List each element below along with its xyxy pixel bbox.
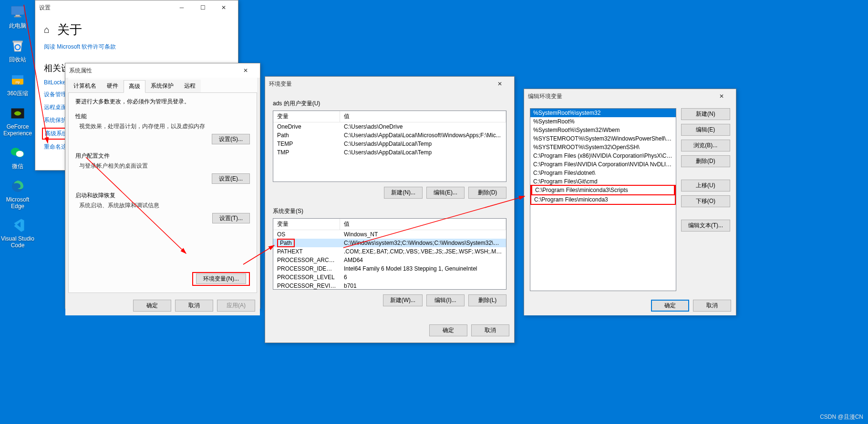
table-row[interactable]: PATHEXT.COM;.EXE;.BAT;.CMD;.VBS;.VBE;.JS… xyxy=(273,247,506,256)
col-variable[interactable]: 变量 xyxy=(273,219,340,230)
list-item[interactable]: %SystemRoot%\System32\Wbem xyxy=(530,126,676,134)
cancel-button[interactable]: 取消 xyxy=(471,324,509,336)
delete-button[interactable]: 删除(D) xyxy=(681,155,730,167)
desktop-icon-vscode[interactable]: Visual Studio Code xyxy=(0,216,35,249)
move-down-button[interactable]: 下移(O) xyxy=(681,195,730,207)
move-up-button[interactable]: 上移(U) xyxy=(681,180,730,192)
perf-settings-button[interactable]: 设置(S)... xyxy=(212,134,250,144)
vscode-icon xyxy=(8,216,27,234)
profile-settings-button[interactable]: 设置(E)... xyxy=(212,173,250,184)
sys-new-button[interactable]: 新建(W)... xyxy=(383,294,423,306)
icon-label: 微信 xyxy=(0,162,35,171)
user-delete-button[interactable]: 删除(D) xyxy=(468,187,506,199)
close-button[interactable]: ✕ xyxy=(489,77,510,91)
user-vars-list[interactable]: 变量 值 OneDriveC:\Users\ads\OneDrivePathC:… xyxy=(273,111,506,182)
table-row[interactable]: OneDriveC:\Users\ads\OneDrive xyxy=(273,122,506,131)
close-button[interactable]: ✕ xyxy=(711,89,732,103)
startup-settings-button[interactable]: 设置(T)... xyxy=(212,213,250,223)
table-row[interactable]: PROCESSOR_IDENTIFIERIntel64 Family 6 Mod… xyxy=(273,264,506,273)
maximize-button[interactable]: ☐ xyxy=(192,0,213,15)
close-button[interactable]: ✕ xyxy=(213,0,234,15)
table-row[interactable]: PathC:\Users\ads\AppData\Local\Microsoft… xyxy=(273,131,506,140)
envvar-titlebar: 环境变量 ✕ xyxy=(265,77,514,91)
cancel-button[interactable]: 取消 xyxy=(175,300,213,312)
system-properties-dialog: 系统属性 ✕ 计算机名 硬件 高级 系统保护 远程 要进行大多数更改，你必须作为… xyxy=(65,63,260,309)
list-item[interactable]: C:\Program Files\NVIDIA Corporation\NVID… xyxy=(530,160,676,169)
sys-edit-button[interactable]: 编辑(I)... xyxy=(426,294,465,306)
edit-button[interactable]: 编辑(E) xyxy=(681,124,730,136)
list-item[interactable]: %SystemRoot% xyxy=(530,117,676,126)
col-variable[interactable]: 变量 xyxy=(273,111,340,122)
list-item[interactable]: C:\Program Files\dotnet\ xyxy=(530,169,676,177)
table-row[interactable]: TEMPC:\Users\ads\AppData\Local\Temp xyxy=(273,140,506,148)
tab-system-protection[interactable]: 系统保护 xyxy=(145,80,179,92)
admin-note: 要进行大多数更改，你必须作为管理员登录。 xyxy=(75,98,250,106)
desktop-icon-edge[interactable]: Microsoft Edge xyxy=(0,177,35,210)
startup-group-desc: 系统启动、系统故障和调试信息 xyxy=(79,202,250,210)
table-row[interactable]: PROCESSOR_REVISIONb701 xyxy=(273,282,506,290)
list-item[interactable]: C:\Program Files\miniconda3\Scripts xyxy=(531,185,675,195)
ok-button[interactable]: 确定 xyxy=(133,300,171,312)
tab-content-advanced: 要进行大多数更改，你必须作为管理员登录。 性能 视觉效果，处理器计划，内存使用，… xyxy=(68,93,257,293)
editenv-titlebar: 编辑环境变量 ✕ xyxy=(524,89,736,103)
col-value[interactable]: 值 xyxy=(340,219,506,230)
tab-remote[interactable]: 远程 xyxy=(179,80,201,92)
table-row[interactable]: OSWindows_NT xyxy=(273,230,506,239)
ok-button[interactable]: 确定 xyxy=(429,324,467,336)
path-entries-list[interactable]: %SystemRoot%\system32%SystemRoot%%System… xyxy=(530,108,676,291)
desktop-icons: 此电脑 回收站 zip 360压缩 GeForce Experience 微信 … xyxy=(0,0,38,255)
svg-text:zip: zip xyxy=(15,81,20,84)
new-button[interactable]: 新建(N) xyxy=(681,108,730,120)
list-item[interactable]: %SystemRoot%\system32 xyxy=(530,109,676,117)
desktop-icon-recycle-bin[interactable]: 回收站 xyxy=(0,37,35,64)
browse-button[interactable]: 浏览(B)... xyxy=(681,140,730,151)
cancel-button[interactable]: 取消 xyxy=(693,300,731,312)
desktop-icon-360zip[interactable]: zip 360压缩 xyxy=(0,71,35,98)
minimize-button[interactable]: ─ xyxy=(171,0,192,15)
desktop-icon-wechat[interactable]: 微信 xyxy=(0,143,35,171)
license-link[interactable]: 阅读 Microsoft 软件许可条款 xyxy=(35,40,238,54)
sysprop-tabs: 计算机名 硬件 高级 系统保护 远程 xyxy=(68,78,257,93)
back-button[interactable]: ⌂ xyxy=(44,24,50,35)
monitor-icon xyxy=(8,3,27,21)
tab-hardware[interactable]: 硬件 xyxy=(102,80,124,92)
list-item[interactable]: %SYSTEMROOT%\System32\WindowsPowerShell\… xyxy=(530,134,676,143)
user-vars-label: ads 的用户变量(U) xyxy=(273,100,506,108)
icon-label: Visual Studio Code xyxy=(0,235,35,249)
profile-group-title: 用户配置文件 xyxy=(75,152,250,160)
list-item[interactable]: %SYSTEMROOT%\System32\OpenSSH\ xyxy=(530,143,676,151)
table-row[interactable]: PROCESSOR_LEVEL6 xyxy=(273,273,506,282)
env-variables-button[interactable]: 环境变量(N)... xyxy=(196,273,246,284)
wechat-icon xyxy=(8,143,27,162)
svg-rect-6 xyxy=(12,75,23,79)
env-variables-dialog: 环境变量 ✕ ads 的用户变量(U) 变量 值 OneDriveC:\User… xyxy=(265,76,515,343)
edit-env-var-dialog: 编辑环境变量 ✕ %SystemRoot%\system32%SystemRoo… xyxy=(524,89,736,315)
zip-icon: zip xyxy=(8,71,27,89)
startup-group-title: 启动和故障恢复 xyxy=(75,192,250,200)
svg-point-10 xyxy=(16,151,24,157)
profile-group-desc: 与登录帐户相关的桌面设置 xyxy=(79,162,250,170)
apply-button[interactable]: 应用(A) xyxy=(217,300,255,312)
recycle-bin-icon xyxy=(8,37,27,55)
sysprop-title: 系统属性 xyxy=(69,67,235,75)
table-row[interactable]: PathC:\Windows\system32;C:\Windows;C:\Wi… xyxy=(273,239,506,247)
icon-label: 360压缩 xyxy=(0,90,35,98)
list-item[interactable]: C:\Program Files (x86)\NVIDIA Corporatio… xyxy=(530,151,676,160)
sys-vars-list[interactable]: 变量 值 OSWindows_NTPathC:\Windows\system32… xyxy=(273,218,506,290)
close-button[interactable]: ✕ xyxy=(235,63,256,78)
tab-computer-name[interactable]: 计算机名 xyxy=(68,80,102,92)
user-new-button[interactable]: 新建(N)... xyxy=(384,187,423,199)
list-item[interactable]: C:\Program Files\miniconda3 xyxy=(531,195,675,204)
user-edit-button[interactable]: 编辑(E)... xyxy=(426,187,465,199)
tab-advanced[interactable]: 高级 xyxy=(124,80,145,93)
col-value[interactable]: 值 xyxy=(340,111,506,122)
table-row[interactable]: PROCESSOR_ARCHITECT...AMD64 xyxy=(273,256,506,264)
perf-group-title: 性能 xyxy=(75,112,250,121)
sys-delete-button[interactable]: 删除(L) xyxy=(468,294,506,306)
edit-text-button[interactable]: 编辑文本(T)... xyxy=(681,220,730,232)
settings-title: 设置 xyxy=(39,4,171,12)
ok-button[interactable]: 确定 xyxy=(651,300,689,312)
desktop-icon-this-pc[interactable]: 此电脑 xyxy=(0,3,35,30)
desktop-icon-geforce[interactable]: GeForce Experience xyxy=(0,104,35,137)
table-row[interactable]: TMPC:\Users\ads\AppData\Local\Temp xyxy=(273,148,506,157)
